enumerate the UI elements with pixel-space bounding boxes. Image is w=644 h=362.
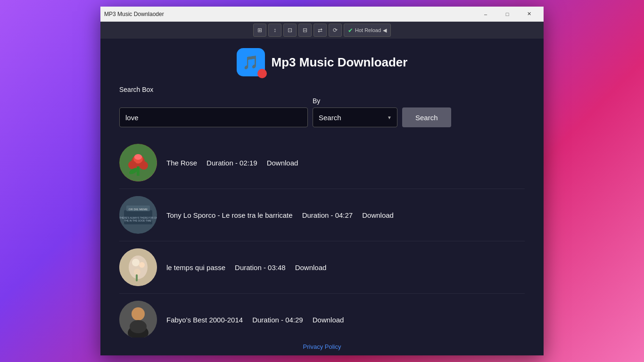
app-title: Mp3 Music Downloader <box>272 55 408 70</box>
hot-reload-label: Hot Reload <box>355 27 381 33</box>
result-download-3[interactable]: Download <box>295 263 327 272</box>
result-duration-4: Duration - 04:29 <box>252 316 303 324</box>
svg-point-23 <box>130 320 147 333</box>
search-section: Search Box By Search Artist Album Title <box>100 81 544 137</box>
window-title: MP3 Music Downlaoder <box>104 11 164 17</box>
result-download-4[interactable]: Download <box>313 316 344 324</box>
maximize-button[interactable]: □ <box>496 7 518 22</box>
svg-point-4 <box>128 161 137 169</box>
result-title-1: The Rose <box>166 159 197 167</box>
result-item: le temps qui passe Duration - 03:48 Down… <box>119 241 525 294</box>
svg-point-5 <box>140 161 148 170</box>
by-label: By <box>313 97 397 105</box>
download-badge: ↓ <box>258 69 266 78</box>
svg-point-3 <box>134 154 142 160</box>
result-duration-2: Duration - 04:27 <box>302 211 353 219</box>
svg-text:OR DIE MEME: OR DIE MEME <box>129 208 148 211</box>
search-row: By Search Artist Album Title Search <box>119 97 525 127</box>
search-input-wrapper <box>119 107 308 127</box>
result-duration-1: Duration - 02:19 <box>206 159 257 167</box>
result-item: Fabyo's Best 2000-2014 Duration - 04:29 … <box>119 294 525 337</box>
svg-text:THE IN THE GOOD TIME": THE IN THE GOOD TIME" <box>124 219 152 222</box>
privacy-policy-link[interactable]: Privacy Policy <box>303 343 341 350</box>
close-button[interactable]: ✕ <box>518 7 540 22</box>
toolbar-btn-6[interactable]: ⟳ <box>329 24 342 37</box>
search-button[interactable]: Search <box>402 107 451 127</box>
result-item: "THERE'S ALWAYS THERE FOR ON THE IN THE … <box>119 189 525 241</box>
app-window: MP3 Music Downlaoder – □ ✕ ⊞ ↕ ⊡ ⊟ ⇄ ⟳ ✔… <box>100 7 544 355</box>
svg-point-21 <box>132 307 145 321</box>
toolbar-btn-1[interactable]: ⊞ <box>253 24 266 37</box>
footer: Privacy Policy <box>100 337 544 355</box>
dev-toolbar: ⊞ ↕ ⊡ ⊟ ⇄ ⟳ ✔ Hot Reload ◀ <box>100 22 544 39</box>
title-bar-controls: – □ ✕ <box>475 7 540 22</box>
title-bar: MP3 Music Downlaoder – □ ✕ <box>100 7 544 22</box>
toolbar-btn-3[interactable]: ⊡ <box>283 24 297 37</box>
result-download-1[interactable]: Download <box>267 159 298 167</box>
app-header: 🎵 ↓ Mp3 Music Downloader <box>100 39 544 81</box>
result-info-2: Tony Lo Sporco - Le rose tra le barricat… <box>166 211 525 219</box>
result-title-3: le temps qui passe <box>166 263 225 272</box>
result-duration-3: Duration - 03:48 <box>235 263 286 272</box>
svg-rect-19 <box>136 274 138 281</box>
toolbar-btn-5[interactable]: ⇄ <box>314 24 327 37</box>
svg-point-15 <box>129 255 148 279</box>
search-box-label: Search Box <box>119 86 525 93</box>
result-info-3: le temps qui passe Duration - 03:48 Down… <box>166 263 525 272</box>
results-section: The Rose Duration - 02:19 Download "THER… <box>100 137 544 337</box>
hot-reload-check-icon: ✔ <box>348 27 353 34</box>
result-title-2: Tony Lo Sporco - Le rose tra le barricat… <box>166 211 293 219</box>
result-info-4: Fabyo's Best 2000-2014 Duration - 04:29 … <box>166 316 525 324</box>
search-type-dropdown[interactable]: Search Artist Album Title <box>313 107 397 127</box>
hot-reload-button[interactable]: ✔ Hot Reload ◀ <box>344 24 391 37</box>
result-item: The Rose Duration - 02:19 Download <box>119 137 525 189</box>
album-art-1 <box>119 144 157 181</box>
search-input[interactable] <box>119 107 308 127</box>
download-badge-icon: ↓ <box>261 71 263 76</box>
minimize-button[interactable]: – <box>475 7 496 22</box>
toolbar-btn-4[interactable]: ⊟ <box>298 24 312 37</box>
svg-point-16 <box>132 259 140 266</box>
album-art-3 <box>119 248 157 286</box>
result-info-1: The Rose Duration - 02:19 Download <box>166 159 525 167</box>
music-note-icon: 🎵 <box>242 55 259 70</box>
app-icon: 🎵 ↓ <box>237 48 265 76</box>
album-art-2: "THERE'S ALWAYS THERE FOR ON THE IN THE … <box>119 196 157 234</box>
toolbar-btn-2[interactable]: ↕ <box>268 24 281 37</box>
hot-reload-arrow-icon: ◀ <box>383 27 387 33</box>
album-art-4 <box>119 301 157 337</box>
by-section: By Search Artist Album Title <box>313 97 397 127</box>
svg-point-17 <box>139 262 145 268</box>
result-download-2[interactable]: Download <box>362 211 394 219</box>
svg-rect-6 <box>137 166 140 176</box>
app-content: 🎵 ↓ Mp3 Music Downloader Search Box By S… <box>100 39 544 355</box>
svg-point-18 <box>134 269 140 275</box>
result-title-4: Fabyo's Best 2000-2014 <box>166 316 243 324</box>
dropdown-wrapper: Search Artist Album Title <box>313 107 397 127</box>
